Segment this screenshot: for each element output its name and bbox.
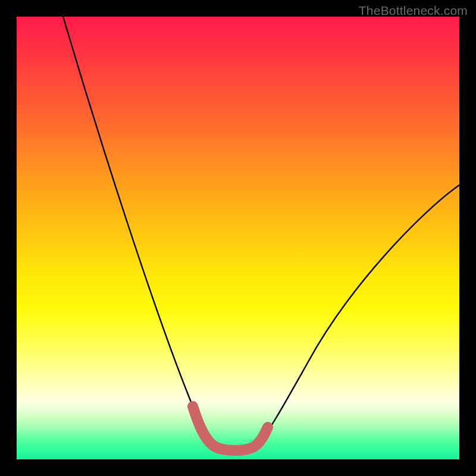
plot-area [17, 17, 459, 459]
optimal-marker [193, 406, 268, 450]
curve-layer [17, 17, 459, 459]
bottleneck-curve [63, 17, 459, 450]
chart-frame: TheBottleneck.com [0, 0, 476, 476]
watermark-text: TheBottleneck.com [359, 4, 468, 18]
